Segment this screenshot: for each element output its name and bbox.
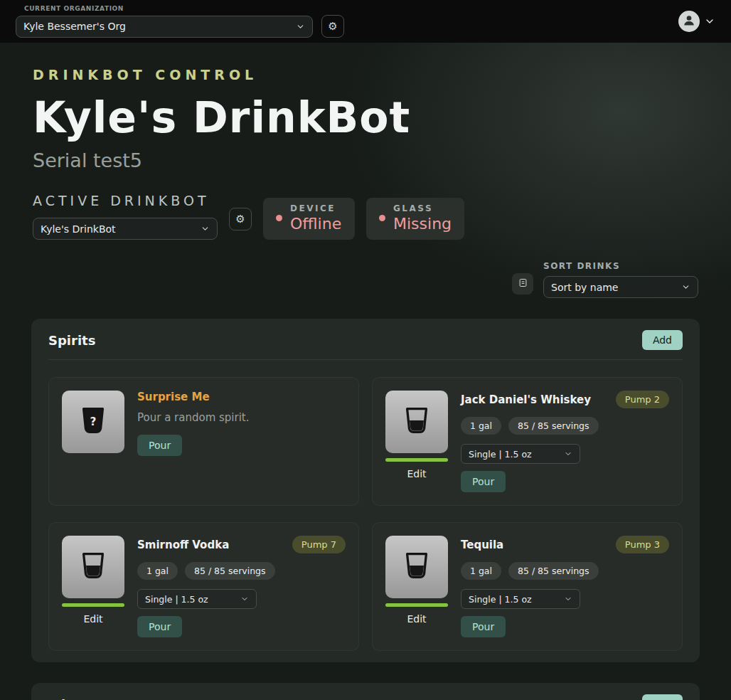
- user-menu-chevron-icon[interactable]: [704, 16, 715, 27]
- chevron-down-icon: [681, 282, 690, 292]
- pump-badge: Pump 7: [292, 536, 346, 553]
- drink-card-surprise-me: ? Surprise Me Pour a random spirit. Pour: [48, 377, 359, 506]
- device-status-chip: DEVICE Offline: [263, 198, 355, 240]
- glass-status-chip: GLASS Missing: [366, 198, 464, 240]
- edit-link[interactable]: Edit: [83, 613, 102, 625]
- whiskey-glass-icon: [400, 404, 433, 440]
- pump-badge: Pump 3: [616, 536, 669, 553]
- serving-size-value: Single | 1.5 oz: [145, 594, 208, 605]
- organization-select[interactable]: Kyle Bessemer's Org: [16, 16, 313, 38]
- drinkbot-select[interactable]: Kyle's DrinkBot: [33, 218, 218, 240]
- user-menu: [678, 11, 715, 32]
- sort-drinks-label: SORT DRINKS: [543, 261, 698, 271]
- mystery-glass-icon: ?: [77, 404, 110, 440]
- add-mixer-button[interactable]: Add: [642, 694, 683, 700]
- glass-status-value: Missing: [393, 215, 452, 233]
- sort-select-value: Sort by name: [551, 282, 618, 293]
- spirits-section-title: Spirits: [48, 333, 95, 348]
- gear-icon: ⚙: [235, 213, 245, 226]
- serving-size-select[interactable]: Single | 1.5 oz: [137, 589, 257, 609]
- list-icon: [518, 277, 528, 290]
- drink-name: Jack Daniel's Whiskey: [461, 393, 591, 406]
- drink-description: Pour a random spirit.: [137, 411, 250, 424]
- volume-pill: 1 gal: [461, 562, 501, 580]
- drink-thumbnail: [385, 391, 448, 453]
- servings-pill: 85 / 85 servings: [508, 562, 599, 580]
- drink-card-smirnoff-vodka: Edit Smirnoff Vodka Pump 7 1 gal 85 / 85…: [48, 522, 359, 651]
- drink-thumbnail: ?: [62, 391, 124, 453]
- fill-level-bar: [385, 458, 448, 462]
- spirits-section: Spirits Add ? Surprise Me: [31, 319, 700, 662]
- active-drinkbot-label: ACTIVE DRINKBOT: [33, 193, 218, 208]
- whiskey-glass-icon: [400, 549, 433, 585]
- serving-size-select[interactable]: Single | 1.5 oz: [461, 444, 580, 464]
- mixers-section: Mixers Add: [31, 683, 700, 700]
- hero: DRINKBOT CONTROL Kyle's DrinkBot Serial …: [0, 43, 731, 171]
- sort-select[interactable]: Sort by name: [543, 276, 698, 298]
- pour-button[interactable]: Pour: [461, 471, 506, 492]
- glass-status-dot-icon: [379, 215, 385, 221]
- section-divider: [48, 359, 683, 360]
- person-icon: [682, 13, 696, 30]
- chevron-down-icon: [564, 595, 572, 603]
- drink-card-tequila: Edit Tequila Pump 3 1 gal 85 / 85 servin…: [372, 522, 683, 651]
- spirits-grid: ? Surprise Me Pour a random spirit. Pour: [48, 377, 683, 651]
- pump-badge: Pump 2: [616, 391, 669, 408]
- device-status-dot-icon: [276, 215, 282, 221]
- glass-status-label: GLASS: [393, 203, 452, 213]
- chevron-down-icon: [240, 595, 249, 603]
- page-eyebrow: DRINKBOT CONTROL: [33, 67, 698, 83]
- drinkbot-settings-button[interactable]: ⚙: [229, 208, 252, 230]
- pour-button[interactable]: Pour: [137, 435, 182, 456]
- chevron-down-icon: [564, 450, 572, 458]
- serving-size-select[interactable]: Single | 1.5 oz: [461, 589, 580, 609]
- drink-thumbnail: [62, 536, 124, 598]
- servings-pill: 85 / 85 servings: [508, 417, 599, 435]
- volume-pill: 1 gal: [461, 417, 501, 435]
- svg-text:?: ?: [90, 415, 97, 428]
- drink-name: Smirnoff Vodka: [137, 539, 229, 551]
- serving-size-value: Single | 1.5 oz: [469, 449, 532, 460]
- organization-select-value: Kyle Bessemer's Org: [23, 21, 126, 32]
- add-spirit-button[interactable]: Add: [642, 330, 683, 350]
- device-status-value: Offline: [290, 215, 341, 233]
- pour-button[interactable]: Pour: [137, 616, 182, 637]
- drink-name: Tequila: [461, 539, 503, 551]
- active-drinkbot-row: ACTIVE DRINKBOT Kyle's DrinkBot ⚙ DEVICE…: [0, 171, 731, 240]
- serial-subtitle: Serial test5: [33, 149, 698, 171]
- servings-pill: 85 / 85 servings: [185, 562, 275, 580]
- mixers-section-title: Mixers: [48, 697, 97, 700]
- fill-level-bar: [62, 603, 124, 607]
- fill-level-bar: [385, 603, 448, 607]
- sort-row: SORT DRINKS Sort by name: [0, 240, 731, 298]
- serving-size-value: Single | 1.5 oz: [469, 594, 532, 605]
- chevron-down-icon: [201, 224, 210, 233]
- drink-thumbnail: [385, 536, 448, 598]
- edit-link[interactable]: Edit: [407, 613, 426, 625]
- drink-list-view-button[interactable]: [512, 273, 533, 295]
- edit-link[interactable]: Edit: [407, 468, 426, 479]
- pour-button[interactable]: Pour: [461, 616, 506, 637]
- gear-icon: ⚙: [328, 20, 337, 33]
- drink-card-jack-daniels: Edit Jack Daniel's Whiskey Pump 2 1 gal …: [372, 377, 683, 506]
- device-status-label: DEVICE: [290, 203, 341, 213]
- whiskey-glass-icon: [77, 549, 110, 585]
- page-title: Kyle's DrinkBot: [33, 92, 698, 142]
- drink-name: Surprise Me: [137, 391, 210, 403]
- user-avatar[interactable]: [678, 11, 700, 32]
- topbar: CURRENT ORGANIZATION Kyle Bessemer's Org…: [0, 0, 731, 43]
- organization-settings-button[interactable]: ⚙: [321, 15, 344, 38]
- current-organization-label: CURRENT ORGANIZATION: [24, 5, 344, 12]
- organization-group: CURRENT ORGANIZATION Kyle Bessemer's Org…: [16, 5, 344, 38]
- drinkbot-select-value: Kyle's DrinkBot: [41, 223, 116, 235]
- chevron-down-icon: [296, 22, 305, 31]
- volume-pill: 1 gal: [137, 562, 178, 580]
